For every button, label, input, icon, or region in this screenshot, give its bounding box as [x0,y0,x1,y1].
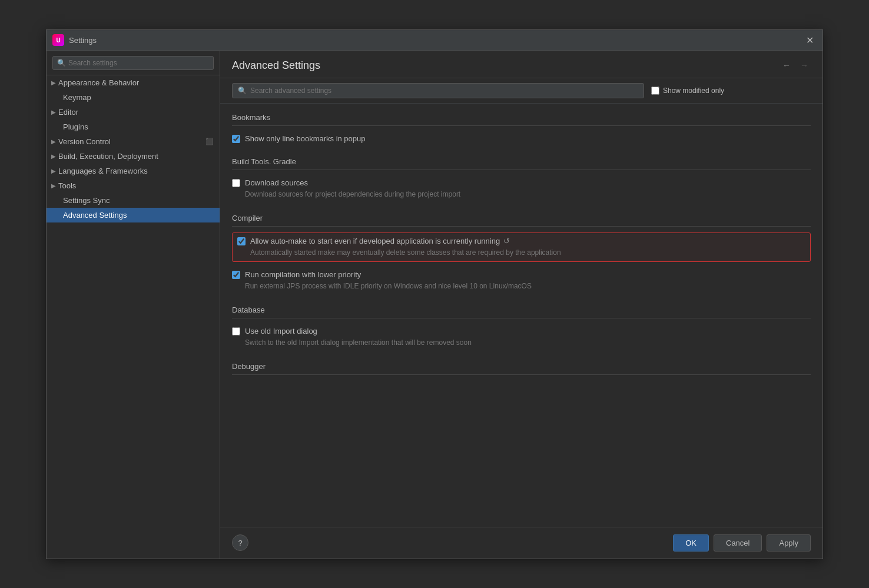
section-header-compiler: Compiler [232,214,811,227]
help-button[interactable]: ? [232,534,248,551]
sidebar-item-keymap[interactable]: Keymap [47,90,220,105]
setting-text: Run compilation with lower priority Run … [245,270,811,291]
setting-text: Show only line bookmarks in popup [245,134,811,143]
apply-button[interactable]: Apply [767,534,811,552]
setting-text: Allow auto-make to start even if develop… [250,237,805,258]
settings-search-input[interactable] [232,83,644,98]
old-import-dialog-checkbox[interactable] [232,327,240,335]
section-header-bookmarks: Bookmarks [232,113,811,126]
settings-icon[interactable]: ⬛ [205,138,214,145]
setting-row-lower-priority: Run compilation with lower priority Run … [232,268,811,294]
arrow-icon: ▶ [51,168,56,174]
show-modified-checkbox[interactable] [651,87,659,95]
sidebar-item-version-control[interactable]: ▶ Version Control ⬛ [47,134,220,149]
sidebar-item-appearance[interactable]: ▶ Appearance & Behavior [47,75,220,90]
sidebar-search-wrapper: 🔍 [52,56,214,70]
setting-row-show-line-bookmarks: Show only line bookmarks in popup [232,132,811,145]
sidebar-item-tools[interactable]: ▶ Tools [47,178,220,193]
section-compiler: Compiler Allow auto-make to start even i… [232,214,811,294]
section-build-tools-gradle: Build Tools. Gradle Download sources Dow… [232,157,811,202]
search-wrapper: 🔍 [232,83,644,98]
download-sources-checkbox[interactable] [232,179,240,187]
arrow-icon: ▶ [51,182,56,189]
setting-description: Automatically started make may eventuall… [250,247,805,258]
arrow-icon: ▶ [51,138,56,145]
setting-label: Use old Import dialog [245,327,811,335]
sidebar-item-settings-sync[interactable]: Settings Sync [47,193,220,208]
navigation-arrows: ← → [780,59,811,71]
section-bookmarks: Bookmarks Show only line bookmarks in po… [232,113,811,145]
sidebar-item-advanced-settings[interactable]: Advanced Settings [47,208,220,222]
cancel-button[interactable]: Cancel [714,534,762,552]
close-button[interactable]: ✕ [802,33,817,47]
arrow-icon: ▶ [51,153,56,160]
show-modified-label: Show modified only [663,87,724,95]
section-header-database: Database [232,305,811,318]
sidebar-item-languages[interactable]: ▶ Languages & Frameworks [47,164,220,178]
show-line-bookmarks-checkbox[interactable] [232,135,240,143]
setting-description: Download sources for project dependencie… [245,189,811,200]
main-content: 🔍 ▶ Appearance & Behavior Keymap ▶ Edito… [47,51,822,559]
sidebar-search-input[interactable] [52,56,214,70]
sidebar: 🔍 ▶ Appearance & Behavior Keymap ▶ Edito… [47,51,220,559]
setting-label: Download sources [245,178,811,187]
content-body: Bookmarks Show only line bookmarks in po… [220,104,822,527]
app-icon: U [52,34,64,46]
auto-make-checkbox[interactable] [237,237,246,245]
show-modified-control: Show modified only [651,87,724,95]
reset-icon[interactable]: ↺ [503,237,510,245]
nav-forward-button[interactable]: → [798,59,811,71]
content-toolbar: 🔍 Show modified only [220,78,822,104]
setting-description: Switch to the old Import dialog implemen… [245,337,811,348]
window-title: Settings [69,36,802,45]
sidebar-search-area: 🔍 [47,51,220,75]
arrow-icon: ▶ [51,79,56,86]
setting-row-old-import-dialog: Use old Import dialog Switch to the old … [232,324,811,350]
section-header-gradle: Build Tools. Gradle [232,157,811,170]
sidebar-search-icon: 🔍 [57,59,66,67]
setting-label: Show only line bookmarks in popup [245,134,811,143]
setting-label: Run compilation with lower priority [245,270,811,279]
nav-back-button[interactable]: ← [780,59,793,71]
ok-button[interactable]: OK [673,534,709,552]
section-header-debugger: Debugger [232,362,811,375]
sidebar-item-build[interactable]: ▶ Build, Execution, Deployment [47,149,220,164]
setting-label: Allow auto-make to start even if develop… [250,237,805,245]
setting-description: Run external JPS process with IDLE prior… [245,281,811,291]
section-database: Database Use old Import dialog Switch to… [232,305,811,350]
titlebar: U Settings ✕ [47,30,822,51]
footer: ? OK Cancel Apply [220,527,822,559]
setting-row-auto-make: Allow auto-make to start even if develop… [232,232,811,262]
lower-priority-checkbox[interactable] [232,271,240,279]
content-header: Advanced Settings ← → [220,51,822,78]
setting-row-download-sources: Download sources Download sources for pr… [232,176,811,202]
arrow-icon: ▶ [51,109,56,115]
sidebar-item-editor[interactable]: ▶ Editor [47,105,220,119]
settings-window: U Settings ✕ 🔍 ▶ Appearance & Behavior K… [46,29,823,559]
setting-text: Use old Import dialog Switch to the old … [245,327,811,348]
sidebar-item-plugins[interactable]: Plugins [47,119,220,134]
page-title: Advanced Settings [232,59,780,72]
setting-text: Download sources Download sources for pr… [245,178,811,200]
section-debugger: Debugger [232,362,811,375]
search-icon: 🔍 [238,87,247,95]
content-area: Advanced Settings ← → 🔍 Show modified on… [220,51,822,559]
